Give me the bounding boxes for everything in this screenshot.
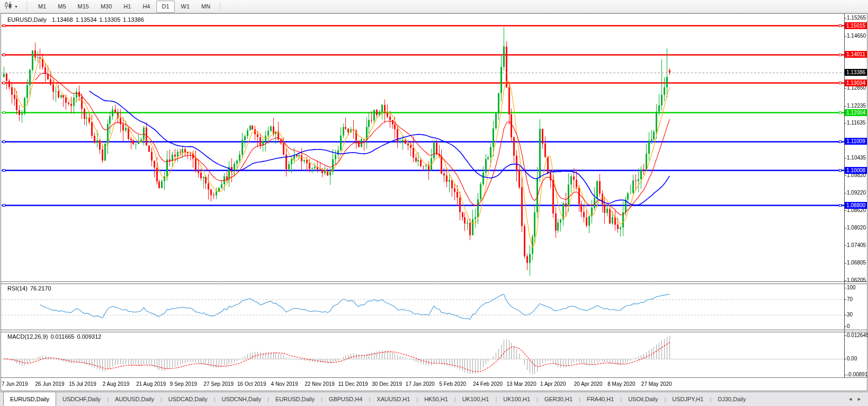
tab-scroll-left-icon[interactable]: ◄ <box>846 396 855 402</box>
symbol-tab-uk100-h1[interactable]: UK100,H1 <box>456 392 496 406</box>
symbol-tabs: EURUSD,DailyUSDCHF,Daily|AUDUSD,Daily|US… <box>0 392 752 406</box>
symbol-tab-gbpusd-h4[interactable]: GBPUSD,H4 <box>323 392 369 406</box>
tab-scroll-right-icon[interactable]: ► <box>855 396 864 402</box>
symbol-tab-dj30-daily[interactable]: DJ30,Daily <box>711 392 752 406</box>
symbol-tab-usoil-daily[interactable]: USOil,Daily <box>622 392 664 406</box>
symbol-tabbar: EURUSD,DailyUSDCHF,Daily|AUDUSD,Daily|US… <box>0 392 868 406</box>
tab-scroll-arrows: ◄ ► <box>846 392 868 406</box>
symbol-tab-uk100-h1[interactable]: UK100,H1 <box>497 392 536 406</box>
symbol-tab-eurusd-daily[interactable]: EURUSD,Daily <box>3 392 56 406</box>
symbol-tab-hk50-h1[interactable]: HK50,H1 <box>418 392 454 406</box>
price-chart-canvas[interactable] <box>0 0 868 406</box>
symbol-tab-usdcad-daily[interactable]: USDCAD,Daily <box>162 392 214 406</box>
symbol-tab-xauusd-h1[interactable]: XAUUSD,H1 <box>370 392 416 406</box>
symbol-tab-usdchf-daily[interactable]: USDCHF,Daily <box>56 392 107 406</box>
symbol-tab-fra40-h1[interactable]: FRA40,H1 <box>580 392 620 406</box>
trading-platform: ▼ M1M5M15M30H1H4D1W1MN EURUSD,Daily1.134… <box>0 0 868 406</box>
symbol-tab-usdcnh-daily[interactable]: USDCNH,Daily <box>216 392 268 406</box>
symbol-tab-ger30-h1[interactable]: GER30,H1 <box>538 392 579 406</box>
symbol-tab-eurusd-daily[interactable]: EURUSD,Daily <box>269 392 321 406</box>
symbol-tab-audusd-daily[interactable]: AUDUSD,Daily <box>109 392 160 406</box>
symbol-tab-usdjpy-h1[interactable]: USDJPY,H1 <box>666 392 710 406</box>
